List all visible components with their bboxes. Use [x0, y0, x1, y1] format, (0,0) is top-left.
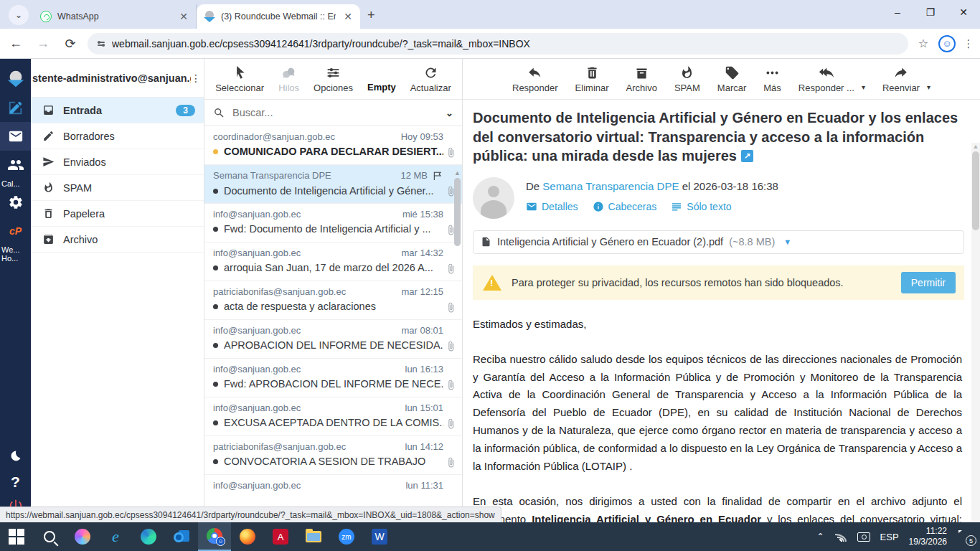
search-input[interactable]	[232, 107, 438, 118]
sender-name-link[interactable]: Semana Transparencia DPE	[542, 180, 679, 192]
folder-borradores[interactable]: Borradores	[31, 123, 204, 149]
tab-roundcube[interactable]: (3) Roundcube Webmail :: Entra ✕	[197, 4, 360, 29]
archive-button[interactable]: Archivo	[626, 65, 657, 93]
tab-whatsapp[interactable]: WhatsApp ✕	[33, 4, 197, 29]
message-row[interactable]: info@sanjuan.gob.ecmié 15:38 Fwd: Docume…	[204, 204, 462, 242]
reply-all-button[interactable]: Responder ...	[798, 65, 854, 93]
copilot-icon[interactable]	[66, 522, 99, 551]
firefox-icon[interactable]	[231, 522, 264, 551]
list-scrollbar[interactable]: ▲	[453, 169, 461, 508]
minimize-button[interactable]: –	[881, 0, 914, 24]
close-button[interactable]: ✕	[947, 0, 980, 24]
empty-button[interactable]: Empty	[367, 65, 396, 99]
flag-icon[interactable]	[432, 170, 443, 182]
read-dot	[213, 459, 218, 464]
folder-label: Papelera	[63, 208, 105, 220]
attachment-name[interactable]: Inteligencia Artificial y Género en Ecua…	[497, 236, 723, 248]
search-options-chevron-icon[interactable]: ⌄	[446, 108, 453, 118]
more-button[interactable]: Más	[763, 65, 781, 93]
plain-text-link[interactable]: Sólo texto	[671, 201, 731, 212]
new-tab-button[interactable]: +	[367, 8, 375, 23]
url-text[interactable]: webmail.sanjuan.gob.ec/cpsess3094124641/…	[112, 38, 530, 50]
headers-link[interactable]: Cabeceras	[593, 201, 657, 212]
help-icon[interactable]: ?	[11, 474, 20, 491]
body-paragraph: Estimados y estimadas,	[473, 316, 962, 334]
tab-close-icon[interactable]: ✕	[341, 10, 354, 23]
internet-explorer-icon[interactable]: e	[99, 522, 132, 551]
taskbar-search-button[interactable]	[33, 522, 66, 551]
roundcube-logo[interactable]	[0, 65, 31, 93]
message-row[interactable]: info@sanjuan.gob.eclun 16:13 Fwd: APROBA…	[204, 359, 462, 397]
account-header[interactable]: stente-administrativo@sanjuan.gob.ec ⋮	[31, 59, 204, 98]
start-button[interactable]	[0, 522, 33, 551]
back-button[interactable]: ←	[6, 36, 26, 51]
settings-nav-icon[interactable]	[0, 188, 31, 217]
clock[interactable]: 11:22 19/3/2026	[909, 526, 947, 547]
profile-avatar[interactable]: ☺	[938, 35, 956, 52]
dark-mode-icon[interactable]	[8, 448, 24, 466]
message-row[interactable]: info@sanjuan.gob.eclun 11:31	[204, 475, 462, 511]
reader-scrollbar-thumb[interactable]	[972, 151, 979, 230]
folder-spam[interactable]: SPAM	[31, 175, 204, 201]
webmail-home-label[interactable]: We...Ho...	[0, 245, 31, 263]
language-indicator[interactable]: ESP	[880, 532, 899, 542]
threads-button[interactable]: Hilos	[278, 65, 299, 93]
allow-button[interactable]: Permitir	[901, 272, 956, 293]
cpanel-logo[interactable]: cP	[0, 217, 31, 245]
browser-menu-icon[interactable]: ⋮	[963, 37, 974, 50]
message-row[interactable]: patriciabonifas@sanjuan.gob.eclun 14:12 …	[204, 436, 462, 475]
message-row[interactable]: info@sanjuan.gob.ecmar 14:32 arroquia Sa…	[204, 242, 462, 281]
outlook-icon[interactable]	[165, 522, 198, 551]
delete-button[interactable]: Eliminar	[575, 65, 609, 93]
select-button[interactable]: Seleccionar	[215, 65, 264, 93]
folder-papelera[interactable]: Papelera	[31, 201, 204, 227]
message-row[interactable]: patriciabonifas@sanjuan.gob.ecmar 12:15 …	[204, 281, 462, 320]
folder-label: SPAM	[63, 182, 92, 194]
tab-close-icon[interactable]: ✕	[177, 10, 190, 23]
chrome-icon-active[interactable]: ☺	[198, 522, 231, 551]
message-row[interactable]: info@sanjuan.gob.ecmar 08:01 APROBACION …	[204, 320, 462, 359]
word-icon[interactable]: W	[363, 522, 396, 551]
forward-button[interactable]: →	[33, 36, 53, 51]
attachment-menu-caret-icon[interactable]: ▼	[783, 237, 791, 246]
calendar-nav-label[interactable]: Cal...	[0, 179, 31, 188]
mail-nav-icon[interactable]	[0, 122, 31, 151]
acrobat-icon[interactable]: A	[264, 522, 297, 551]
details-link[interactable]: Detalles	[526, 201, 578, 212]
external-link-icon[interactable]	[741, 150, 753, 162]
message-row[interactable]: info@sanjuan.gob.eclun 15:01 EXCUSA ACEP…	[204, 397, 462, 436]
mark-button[interactable]: Marcar	[717, 65, 746, 93]
bookmark-star-icon[interactable]: ☆	[918, 37, 928, 50]
cast-icon[interactable]	[857, 532, 870, 542]
folder-enviados[interactable]: Enviados	[31, 149, 204, 175]
restore-button[interactable]: ❐	[914, 0, 947, 24]
wifi-icon[interactable]	[834, 532, 847, 542]
refresh-button[interactable]: Actualizar	[410, 65, 451, 93]
reply-all-caret-icon[interactable]: ▾	[862, 83, 865, 91]
tray-expand-icon[interactable]: ⌃	[817, 532, 824, 542]
forward-button[interactable]: Reenviar	[882, 65, 920, 93]
folder-archivo[interactable]: Archivo	[31, 227, 204, 253]
file-explorer-icon[interactable]	[297, 522, 330, 551]
account-menu-icon[interactable]: ⋮	[191, 72, 201, 84]
notifications-icon[interactable]: 5	[957, 530, 971, 543]
spam-button[interactable]: SPAM	[674, 65, 700, 93]
contacts-nav-icon[interactable]	[0, 151, 31, 179]
edge-icon[interactable]	[132, 522, 165, 551]
message-row[interactable]: coordinador@sanjuan.gob.ecHoy 09:53 COMU…	[204, 126, 462, 165]
tab-search-button[interactable]: ⌄	[9, 5, 29, 25]
message-row-selected[interactable]: Semana Transparencia DPE12 MB Documento …	[204, 165, 462, 204]
reply-button[interactable]: Responder	[512, 65, 558, 93]
attachment-bar[interactable]: Inteligencia Artificial y Género en Ecua…	[473, 230, 964, 254]
zoom-icon[interactable]: zm	[330, 522, 363, 551]
reader-scrollbar[interactable]: ▲	[971, 143, 980, 522]
list-scrollbar-thumb[interactable]	[454, 178, 461, 246]
options-button[interactable]: Opciones	[314, 65, 353, 93]
url-bar[interactable]: webmail.sanjuan.gob.ec/cpsess3094124641/…	[88, 33, 908, 55]
folder-entrada[interactable]: Entrada 3	[31, 98, 204, 123]
reload-button[interactable]: ⟳	[60, 36, 80, 52]
site-settings-icon[interactable]	[98, 42, 105, 46]
roundcube-app: Cal... cP We...Ho... ? stente-administ	[0, 59, 980, 522]
forward-caret-icon[interactable]: ▾	[927, 83, 930, 91]
compose-button[interactable]	[0, 93, 31, 122]
